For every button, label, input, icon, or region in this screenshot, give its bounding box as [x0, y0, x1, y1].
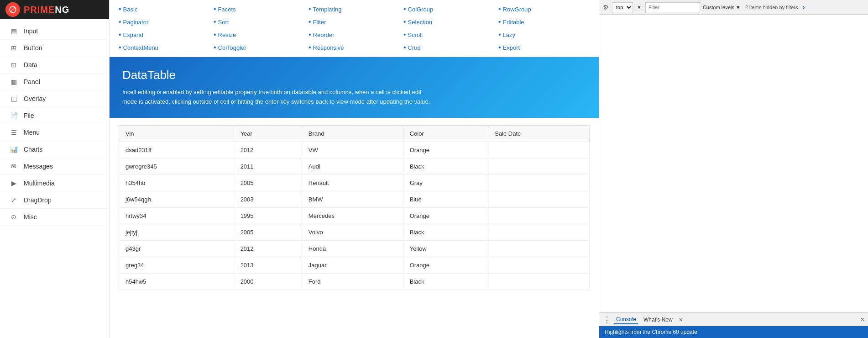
cell-color[interactable]: Black [403, 273, 488, 290]
toplink-contextmenu[interactable]: ContextMenu [119, 42, 210, 53]
toplink-paginator[interactable]: Paginator [119, 16, 210, 27]
sidebar-item-label: Data [24, 61, 37, 69]
whats-new-close[interactable]: × [679, 316, 683, 323]
toplink-selection[interactable]: Selection [403, 16, 495, 27]
toplink-reorder[interactable]: Reorder [309, 29, 400, 40]
cell-vin[interactable]: dsad231ff [119, 142, 234, 158]
sidebar-item-menu[interactable]: ☰ Menu [0, 124, 109, 141]
cell-vin[interactable]: h54hw5 [119, 273, 234, 290]
sidebar-item-data[interactable]: ⊡ Data [0, 57, 109, 74]
cell-vin[interactable]: g43gr [119, 240, 234, 257]
cell-sale_date[interactable] [488, 224, 590, 240]
cell-year[interactable]: 2000 [234, 273, 302, 290]
devtools-expand-icon[interactable]: › [802, 3, 805, 11]
cell-color[interactable]: Orange [403, 257, 488, 273]
table-body: dsad231ff2012VWOrangegwregre3452011AudiB… [119, 142, 590, 290]
cell-vin[interactable]: j6w54qgh [119, 191, 234, 207]
cell-year[interactable]: 2012 [234, 240, 302, 257]
toplink-editable[interactable]: Editable [498, 16, 590, 27]
devtools-filter-input[interactable] [645, 2, 700, 12]
cell-brand[interactable]: Jaguar [302, 257, 403, 273]
cell-color[interactable]: Blue [403, 191, 488, 207]
cell-sale_date[interactable] [488, 142, 590, 158]
toplink-facets[interactable]: Facets [214, 4, 305, 15]
cell-brand[interactable]: Volvo [302, 224, 403, 240]
devtools-context-select[interactable]: top [612, 2, 633, 12]
sidebar-item-file[interactable]: 📄 File [0, 107, 109, 124]
devtools-custom-levels[interactable]: Custom levels ▼ [703, 5, 741, 10]
toplink-crud[interactable]: Crud [403, 42, 495, 53]
cell-brand[interactable]: Audi [302, 158, 403, 174]
table-row[interactable]: h354htr2005RenaultGray [119, 174, 590, 191]
cell-year[interactable]: 2013 [234, 257, 302, 273]
toplink-filter[interactable]: Filter [309, 16, 400, 27]
sidebar-item-panel[interactable]: ▦ Panel [0, 74, 109, 90]
cell-sale_date[interactable] [488, 207, 590, 224]
cell-brand[interactable]: Renault [302, 174, 403, 191]
cell-sale_date[interactable] [488, 158, 590, 174]
toplink-scroll[interactable]: Scroll [403, 29, 495, 40]
cell-brand[interactable]: Honda [302, 240, 403, 257]
logo-icon [5, 2, 20, 17]
cell-vin[interactable]: gwregre345 [119, 158, 234, 174]
devtools-settings-icon[interactable]: ⚙ [602, 4, 609, 11]
sidebar-item-overlay[interactable]: ◫ Overlay [0, 90, 109, 107]
sidebar-item-charts[interactable]: 📊 Charts [0, 141, 109, 158]
cell-vin[interactable]: hrtwy34 [119, 207, 234, 224]
table-row[interactable]: greg342013JaguarOrange [119, 257, 590, 273]
cell-vin[interactable]: jejtyj [119, 224, 234, 240]
toplink-templating[interactable]: Templating [309, 4, 400, 15]
cell-color[interactable]: Black [403, 224, 488, 240]
cell-color[interactable]: Black [403, 158, 488, 174]
sidebar-item-messages[interactable]: ✉ Messages [0, 158, 109, 175]
toplink-coltoggler[interactable]: ColToggler [214, 42, 305, 53]
toplink-resize[interactable]: Resize [214, 29, 305, 40]
toplink-basic[interactable]: Basic [119, 4, 210, 15]
sidebar-item-multimedia[interactable]: ▶ Multimedia [0, 175, 109, 192]
toplink-rowgroup[interactable]: RowGroup [498, 4, 590, 15]
sidebar-item-input[interactable]: ▤ Input [0, 23, 109, 40]
cell-sale_date[interactable] [488, 240, 590, 257]
cell-sale_date[interactable] [488, 191, 590, 207]
table-row[interactable]: jejtyj2005VolvoBlack [119, 224, 590, 240]
cell-vin[interactable]: h354htr [119, 174, 234, 191]
cell-vin[interactable]: greg34 [119, 257, 234, 273]
cell-brand[interactable]: Mercedes [302, 207, 403, 224]
cell-sale_date[interactable] [488, 174, 590, 191]
sidebar-item-label: Overlay [24, 95, 46, 102]
cell-sale_date[interactable] [488, 257, 590, 273]
table-row[interactable]: gwregre3452011AudiBlack [119, 158, 590, 174]
whats-new-tab[interactable]: What's New [642, 316, 675, 324]
sidebar-item-misc[interactable]: ⊙ Misc [0, 209, 109, 226]
cell-year[interactable]: 2003 [234, 191, 302, 207]
cell-color[interactable]: Orange [403, 207, 488, 224]
toplink-sort[interactable]: Sort [214, 16, 305, 27]
cell-brand[interactable]: BMW [302, 191, 403, 207]
toplink-expand[interactable]: Expand [119, 29, 210, 40]
sidebar-item-button[interactable]: ⊞ Button [0, 40, 109, 57]
toplink-export[interactable]: Export [498, 42, 590, 53]
devtools-close-button[interactable]: × [860, 316, 864, 324]
cell-color[interactable]: Orange [403, 142, 488, 158]
cell-year[interactable]: 2011 [234, 158, 302, 174]
table-row[interactable]: h54hw52000FordBlack [119, 273, 590, 290]
devtools-menu-icon[interactable]: ⋮ [603, 315, 611, 325]
cell-color[interactable]: Gray [403, 174, 488, 191]
table-row[interactable]: g43gr2012HondaYellow [119, 240, 590, 257]
cell-brand[interactable]: VW [302, 142, 403, 158]
cell-color[interactable]: Yellow [403, 240, 488, 257]
console-tab[interactable]: Console [614, 315, 638, 324]
toplink-colgroup[interactable]: ColGroup [403, 4, 495, 15]
cell-year[interactable]: 2012 [234, 142, 302, 158]
cell-sale_date[interactable] [488, 273, 590, 290]
cell-year[interactable]: 2005 [234, 224, 302, 240]
toplink-lazy[interactable]: Lazy [498, 29, 590, 40]
cell-brand[interactable]: Ford [302, 273, 403, 290]
cell-year[interactable]: 1995 [234, 207, 302, 224]
table-row[interactable]: dsad231ff2012VWOrange [119, 142, 590, 158]
toplink-responsive[interactable]: Responsive [309, 42, 400, 53]
sidebar-item-dragdrop[interactable]: ⤢ DragDrop [0, 192, 109, 209]
cell-year[interactable]: 2005 [234, 174, 302, 191]
table-row[interactable]: j6w54qgh2003BMWBlue [119, 191, 590, 207]
table-row[interactable]: hrtwy341995MercedesOrange [119, 207, 590, 224]
